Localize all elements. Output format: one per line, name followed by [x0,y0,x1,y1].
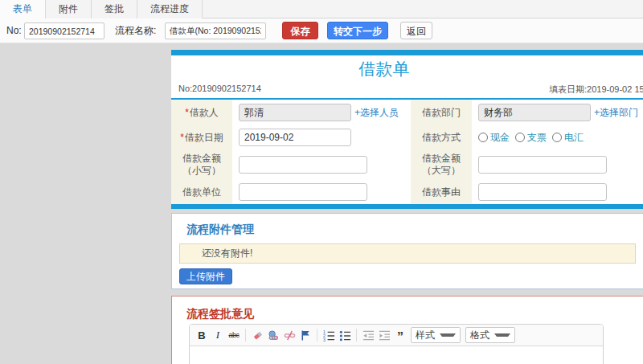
process-name-input[interactable] [165,22,266,39]
tab-attachments[interactable]: 附件 [46,0,92,18]
chevron-down-icon [440,333,456,337]
select-department-link[interactable]: +选择部门 [594,106,638,120]
form-title: 借款单 [171,55,597,80]
outdent-icon[interactable] [361,328,375,342]
bold-icon[interactable]: B [195,328,209,342]
borrower-label: *借款人 [171,100,232,125]
form-meta-row: No:20190902152714 填表日期:2019-09-02 15:27:… [171,80,643,98]
radio-cheque[interactable] [515,133,525,142]
select-person-link[interactable]: +选择人员 [354,106,399,120]
chevron-down-icon [494,333,510,337]
approval-panel: 流程签批意见 B I abc [171,296,643,364]
approval-heading: 流程签批意见 [186,307,643,321]
toolbar-separator [356,329,357,342]
no-attachment-message: 还没有附件! [179,243,636,264]
back-button[interactable]: 返回 [400,22,432,39]
loan-reason-input[interactable] [478,183,607,201]
toolbar-separator [245,329,246,342]
page: 表单 附件 签批 流程进度 No: 流程名称: 保存 转交下一步 返回 借款单 … [0,0,643,364]
rich-text-editor: B I abc 123 [189,324,604,364]
no-input[interactable] [24,22,104,39]
format-dropdown-label: 格式 [470,329,489,342]
italic-icon[interactable]: I [211,328,225,342]
upload-attachment-button[interactable]: 上传附件 [179,268,232,284]
editor-content-area[interactable] [190,346,603,364]
tab-approval[interactable]: 签批 [92,0,137,18]
styles-dropdown-label: 样式 [416,329,435,342]
radio-wire[interactable] [552,133,562,142]
loan-method-label: 借款方式 [411,125,472,149]
attachment-panel: 流程附件管理 还没有附件! 上传附件 [171,213,643,289]
process-name-label: 流程名称: [115,18,156,43]
numbered-list-icon[interactable]: 123 [322,328,336,342]
svg-text:3: 3 [323,337,326,341]
loan-unit-input[interactable] [239,183,367,201]
bulleted-list-icon[interactable] [338,328,352,342]
indent-icon[interactable] [377,328,391,342]
tab-form[interactable]: 表单 [0,0,46,18]
editor-toolbar: B I abc 123 [190,325,603,346]
tab-process-progress[interactable]: 流程进度 [137,0,203,18]
radio-cheque-label[interactable]: 支票 [527,131,547,145]
borrower-input[interactable] [239,104,351,121]
no-label: No: [6,18,22,43]
remove-format-eraser-icon[interactable] [250,328,264,342]
department-label: 借款部门 [411,100,472,125]
anchor-flag-icon[interactable] [298,328,313,342]
blockquote-icon[interactable]: ” [393,328,408,342]
attachment-heading: 流程附件管理 [186,223,643,237]
loan-date-input[interactable] [239,129,351,146]
radio-wire-label[interactable]: 电汇 [564,131,584,145]
link-icon[interactable] [266,328,281,342]
amount-small-input[interactable] [239,156,367,174]
radio-cash-label[interactable]: 现金 [490,131,510,145]
form-bottom-accent-bar [171,204,643,209]
loan-reason-label: 借款事由 [411,180,472,204]
form-top-accent-bar [171,50,643,55]
required-mark: * [185,107,189,118]
format-dropdown[interactable]: 格式 [465,327,515,343]
strikethrough-icon[interactable]: abc [227,328,241,342]
command-toolbar: No: 流程名称: 保存 转交下一步 返回 [0,18,643,43]
loan-unit-label: 借款单位 [171,180,232,204]
form-no-text: No:20190902152714 [178,84,261,93]
unlink-icon[interactable] [282,328,297,342]
styles-dropdown[interactable]: 样式 [411,327,461,343]
form-fill-date-text: 填表日期:2019-09-02 15:27:1 [549,84,643,96]
required-mark: * [180,132,184,143]
loan-method-radios: 现金 支票 电汇 [478,131,588,145]
tab-bar: 表单 附件 签批 流程进度 [0,0,643,18]
loan-form-panel: 借款单 No:20190902152714 填表日期:2019-09-02 15… [171,50,643,209]
save-button[interactable]: 保存 [282,22,318,39]
forward-next-step-button[interactable]: 转交下一步 [327,22,388,39]
toolbar-separator [317,329,317,342]
form-grid: *借款人 +选择人员 借款部门 +选择部门 *借款日期 借款方式 现金 [171,100,643,204]
radio-cash[interactable] [478,133,488,142]
amount-small-label: 借款金额（小写） [171,149,232,180]
department-input[interactable] [478,104,591,121]
amount-big-label: 借款金额（大写） [411,149,472,180]
loan-date-label: *借款日期 [171,125,232,149]
amount-big-input[interactable] [478,156,607,174]
